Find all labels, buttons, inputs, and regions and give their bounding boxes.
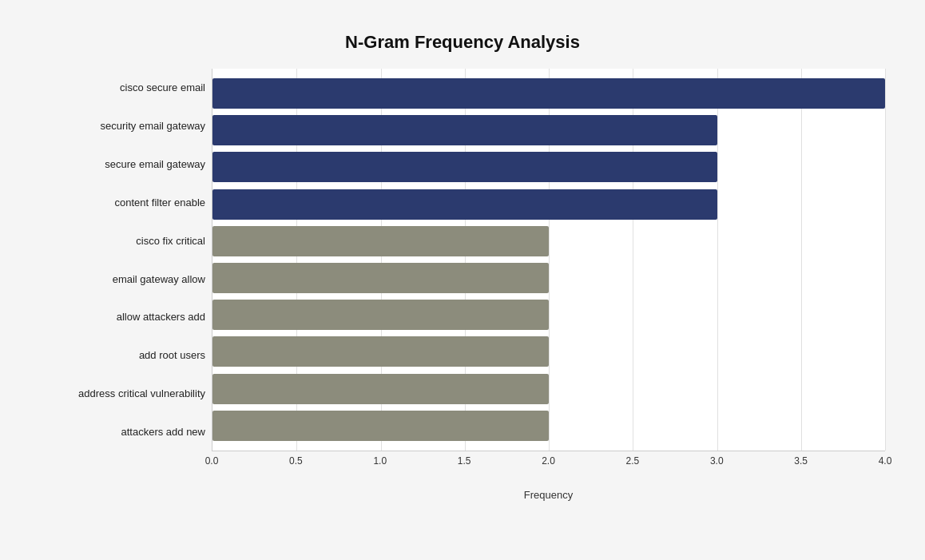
bar — [212, 300, 549, 330]
y-label: secure email gateway — [40, 158, 205, 171]
y-label: allow attackers add — [40, 311, 205, 324]
y-label: attackers add new — [40, 426, 205, 439]
y-label: address critical vulnerability — [40, 387, 205, 400]
x-tick: 3.0 — [710, 455, 724, 467]
y-labels: cisco secure emailsecurity email gateway… — [40, 69, 212, 451]
x-tick: 2.5 — [626, 455, 640, 467]
bars-section: cisco secure emailsecurity email gateway… — [40, 69, 885, 451]
bar — [212, 152, 717, 182]
x-tick: 1.0 — [373, 455, 387, 467]
y-label: email gateway allow — [40, 273, 205, 286]
bar — [212, 226, 549, 256]
x-tick: 2.0 — [542, 455, 555, 467]
grid-line — [885, 69, 886, 451]
bar — [212, 374, 549, 404]
bar-row — [212, 334, 885, 370]
bar — [212, 411, 549, 441]
bar — [212, 78, 885, 109]
bar-row — [212, 76, 885, 112]
bar-row — [212, 407, 885, 443]
bar — [212, 263, 549, 293]
bar — [212, 189, 717, 220]
x-axis-label: Frequency — [212, 489, 885, 501]
bar — [212, 336, 549, 367]
bar-row — [212, 297, 885, 333]
chart-area: cisco secure emailsecurity email gateway… — [40, 69, 885, 501]
x-tick: 0.0 — [205, 455, 219, 467]
x-tick: 3.5 — [794, 455, 808, 467]
bar — [212, 115, 717, 145]
x-tick: 1.5 — [458, 455, 471, 467]
x-tick: 4.0 — [879, 455, 892, 467]
bar-row — [212, 223, 885, 259]
chart-title: N-Gram Frequency Analysis — [40, 32, 885, 53]
y-label: content filter enable — [40, 197, 205, 209]
x-tick: 0.5 — [289, 455, 303, 467]
bars-plot — [212, 69, 885, 451]
y-label: cisco secure email — [40, 81, 205, 94]
y-label: cisco fix critical — [40, 235, 205, 248]
x-axis: 0.00.51.01.52.02.53.03.54.0 — [212, 455, 885, 471]
bar-row — [212, 186, 885, 222]
y-label: add root users — [40, 349, 205, 362]
bar-row — [212, 371, 885, 407]
bar-row — [212, 113, 885, 149]
bar-row — [212, 260, 885, 296]
bar-row — [212, 149, 885, 185]
bar-rows — [212, 69, 885, 451]
chart-container: N-Gram Frequency Analysis cisco secure e… — [16, 16, 909, 560]
y-label: security email gateway — [40, 120, 205, 133]
